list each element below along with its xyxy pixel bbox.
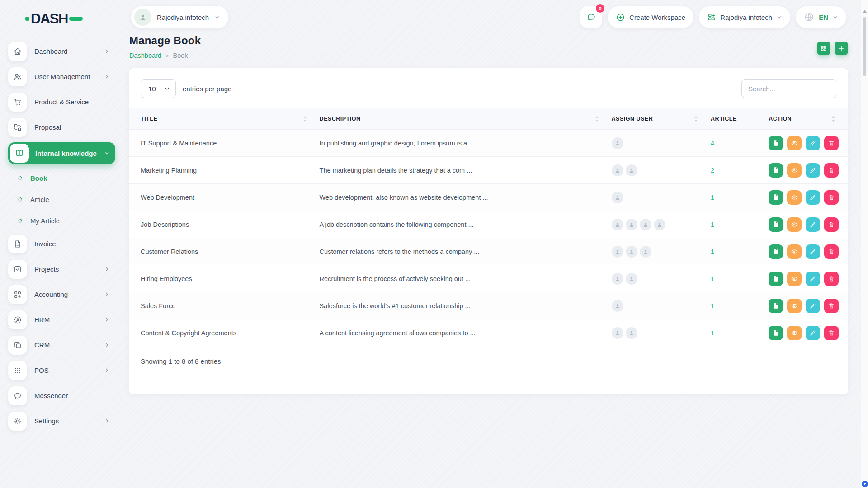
company-selector[interactable]: Rajodiya infotech <box>699 6 790 28</box>
view-button[interactable] <box>787 190 802 205</box>
column-header-title[interactable]: TITLE <box>129 108 320 130</box>
sidebar-item-projects[interactable]: Projects <box>8 259 115 279</box>
column-header-article[interactable]: ARTICLE <box>711 108 763 130</box>
sidebar-item-settings[interactable]: Settings <box>8 411 115 431</box>
article-count-cell: 1 <box>711 292 763 319</box>
grid-view-button[interactable] <box>817 42 830 55</box>
article-count-link[interactable]: 1 <box>711 302 714 310</box>
home-icon <box>8 42 27 61</box>
breadcrumb-dashboard-link[interactable]: Dashboard <box>129 52 161 59</box>
document-button[interactable] <box>769 163 783 178</box>
delete-button[interactable] <box>824 326 839 340</box>
delete-button[interactable] <box>824 217 839 232</box>
edit-button[interactable] <box>806 244 820 259</box>
table-row: Sales ForceSalesforce is the world's #1 … <box>129 292 848 319</box>
delete-button[interactable] <box>824 299 839 313</box>
document-button[interactable] <box>769 244 783 259</box>
sidebar-item-dashboard[interactable]: Dashboard <box>8 41 115 61</box>
page-header-actions <box>817 42 848 55</box>
view-button[interactable] <box>787 299 802 313</box>
article-count-link[interactable]: 4 <box>711 140 714 147</box>
book-description: A job description contains the following… <box>320 211 612 238</box>
delete-button[interactable] <box>824 136 839 150</box>
view-button[interactable] <box>787 136 802 150</box>
main-content: Manage Book Dashboard > Book 10 entries … <box>129 34 848 394</box>
column-header-assign-user[interactable]: ASSIGN USER <box>612 108 711 130</box>
sidebar-subitem-article[interactable]: Article <box>18 190 129 208</box>
edit-button[interactable] <box>806 217 820 232</box>
sidebar-item-crm[interactable]: CRM <box>8 335 115 355</box>
article-count-link[interactable]: 1 <box>711 194 714 201</box>
workspace-selector[interactable]: Rajodiya infotech <box>131 6 228 28</box>
view-button[interactable] <box>787 163 802 178</box>
delete-button[interactable] <box>824 244 839 259</box>
sidebar-item-hrm[interactable]: HRM <box>8 310 115 330</box>
article-count-link[interactable]: 1 <box>711 329 714 337</box>
article-count-link[interactable]: 1 <box>711 248 714 255</box>
document-button[interactable] <box>769 136 783 150</box>
entries-per-page-select[interactable]: 10 <box>141 79 176 98</box>
book-description: Salesforce is the world's #1 customer re… <box>320 292 612 319</box>
scrollbar[interactable] <box>861 0 868 488</box>
edit-button[interactable] <box>806 272 820 286</box>
sidebar-item-pos[interactable]: POS <box>8 360 115 380</box>
document-button[interactable] <box>769 190 783 205</box>
sidebar-item-invoice[interactable]: Invoice <box>8 234 115 254</box>
view-button[interactable] <box>787 217 802 232</box>
sort-icon <box>831 116 835 122</box>
assign-user-cell <box>612 157 711 184</box>
scroll-down-button[interactable] <box>862 481 868 487</box>
delete-button[interactable] <box>824 163 839 178</box>
user-avatar <box>626 246 637 258</box>
assign-user-cell <box>612 319 711 347</box>
entries-per-page-value: 10 <box>148 85 156 93</box>
column-header-description[interactable]: DESCRIPTION <box>320 108 612 130</box>
sidebar-item-internal-knowledge[interactable]: Internal knowledge <box>8 142 115 164</box>
document-button[interactable] <box>769 272 783 286</box>
scrollbar-thumb[interactable] <box>863 17 866 76</box>
document-button[interactable] <box>769 299 783 313</box>
column-header-action[interactable]: ACTION <box>763 108 848 130</box>
delete-button[interactable] <box>824 190 839 205</box>
user-avatar <box>654 219 665 230</box>
scroll-up-arrow-icon[interactable] <box>863 10 867 13</box>
sidebar-subitem-book[interactable]: Book <box>18 169 129 187</box>
user-avatar <box>626 164 637 176</box>
document-button[interactable] <box>769 217 783 232</box>
edit-button[interactable] <box>806 326 820 340</box>
view-button[interactable] <box>787 244 802 259</box>
search-input[interactable] <box>741 79 836 98</box>
language-selector[interactable]: EN <box>796 6 846 28</box>
book-title: Content & Copyright Agreements <box>129 319 320 347</box>
edit-button[interactable] <box>806 136 820 150</box>
table-row: IT Support & MaintenanceIn publishing an… <box>129 130 848 157</box>
article-count-cell: 2 <box>711 157 763 184</box>
article-count-link[interactable]: 1 <box>711 275 714 282</box>
bullet-icon <box>17 197 23 202</box>
proposal-icon <box>8 118 27 137</box>
brand-logo[interactable]: DASH <box>25 12 129 26</box>
breadcrumb: Dashboard > Book <box>129 52 201 59</box>
sidebar-item-proposal[interactable]: Proposal <box>8 117 115 137</box>
messenger-button[interactable]: 0 <box>580 6 602 28</box>
document-button[interactable] <box>769 326 783 340</box>
article-count-link[interactable]: 1 <box>711 221 714 228</box>
view-button[interactable] <box>787 272 802 286</box>
sidebar-item-accounting[interactable]: Accounting <box>8 284 115 305</box>
delete-button[interactable] <box>824 272 839 286</box>
sidebar-item-product-service[interactable]: Product & Service <box>8 92 115 112</box>
edit-button[interactable] <box>806 163 820 178</box>
crm-icon <box>8 336 27 355</box>
sidebar-item-label: Product & Service <box>34 98 89 106</box>
sidebar-subitem-my-article[interactable]: My Article <box>18 211 129 230</box>
add-book-button[interactable] <box>835 42 848 55</box>
topbar: Rajodiya infotech 0 Create Workspace Raj… <box>131 5 846 29</box>
article-count-link[interactable]: 2 <box>711 167 714 174</box>
view-button[interactable] <box>787 326 802 340</box>
edit-button[interactable] <box>806 190 820 205</box>
sidebar-item-messenger[interactable]: Messenger <box>8 385 115 406</box>
page-header: Manage Book Dashboard > Book <box>129 34 848 59</box>
create-workspace-button[interactable]: Create Workspace <box>608 6 693 28</box>
sidebar-item-user-management[interactable]: User Management <box>8 66 115 87</box>
edit-button[interactable] <box>806 299 820 313</box>
